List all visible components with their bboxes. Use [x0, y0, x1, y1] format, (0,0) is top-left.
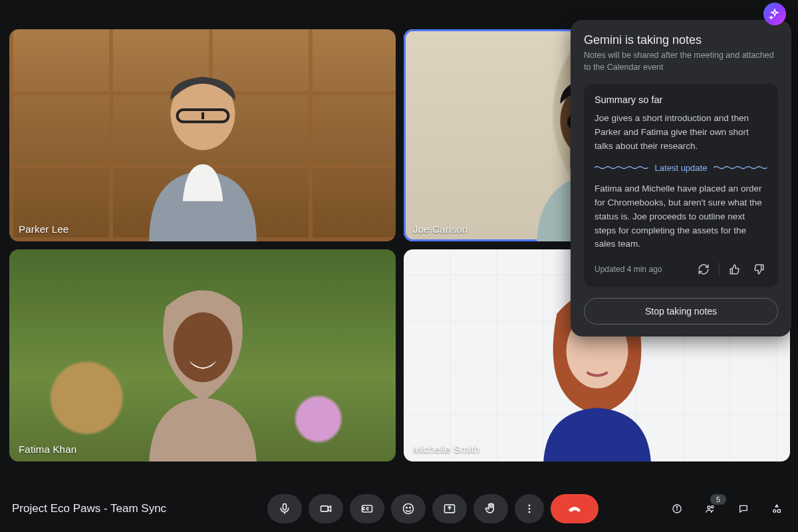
leave-call-button[interactable]	[551, 494, 598, 523]
summary-card: Summary so far Joe gives a short introdu…	[584, 84, 778, 287]
svg-point-15	[529, 505, 531, 507]
shapes-icon	[771, 501, 782, 516]
reactions-button[interactable]	[391, 494, 426, 523]
more-options-button[interactable]	[515, 494, 544, 523]
latest-update-divider: Latest update	[595, 163, 767, 173]
bottom-bar: Project Eco Paws - Team Sync	[0, 485, 798, 532]
present-button[interactable]	[432, 494, 467, 523]
svg-point-23	[773, 509, 776, 512]
meeting-details-button[interactable]	[668, 499, 686, 518]
svg-rect-8	[283, 504, 287, 510]
svg-point-20	[676, 507, 677, 507]
people-button[interactable]: 5	[701, 499, 720, 518]
video-tile-fatima[interactable]: Fatima Khan	[9, 249, 396, 462]
refresh-button[interactable]	[695, 261, 712, 278]
gemini-fab[interactable]	[763, 3, 786, 25]
video-tile-parker[interactable]: Parker Lee	[9, 29, 396, 241]
mic-icon	[278, 502, 291, 515]
chat-button[interactable]	[734, 499, 753, 518]
more-vertical-icon	[523, 502, 536, 515]
summary-text: Joe gives a short introduction and then …	[595, 112, 767, 154]
captions-button[interactable]	[350, 494, 384, 523]
chat-icon	[738, 501, 749, 516]
participant-name: Parker Lee	[19, 223, 68, 235]
info-icon	[672, 501, 682, 516]
participant-avatar	[135, 260, 269, 462]
call-controls	[198, 494, 668, 523]
svg-point-11	[404, 504, 414, 514]
latest-update-label: Latest update	[655, 163, 708, 173]
summary-heading: Summary so far	[595, 94, 767, 105]
participant-name: Joe Carlson	[413, 223, 467, 235]
thumbs-up-button[interactable]	[726, 261, 743, 278]
thumbs-down-icon	[753, 263, 765, 275]
emoji-icon	[402, 502, 415, 515]
updated-timestamp: Updated 4 min ago	[595, 265, 688, 274]
svg-point-13	[410, 507, 411, 509]
svg-point-21	[708, 506, 710, 509]
refresh-icon	[698, 263, 710, 275]
participant-name: Michelle Smith	[413, 444, 479, 455]
sparkle-icon	[769, 8, 781, 20]
present-screen-icon	[443, 502, 456, 515]
camera-icon	[319, 502, 332, 515]
svg-point-17	[529, 511, 531, 513]
notes-title: Gemini is taking notes	[584, 33, 778, 47]
svg-point-22	[712, 506, 714, 508]
captions-icon	[360, 502, 374, 515]
meeting-title: Project Eco Paws - Team Sync	[12, 502, 198, 515]
participant-count-badge: 5	[710, 494, 726, 505]
raise-hand-button[interactable]	[473, 494, 508, 523]
activities-button[interactable]	[767, 499, 786, 518]
svg-rect-9	[321, 506, 329, 511]
latest-update-text: Fatima and Michelle have placed an order…	[595, 182, 767, 252]
hangup-icon	[566, 500, 583, 517]
thumbs-down-button[interactable]	[750, 261, 767, 278]
stop-taking-notes-button[interactable]: Stop taking notes	[584, 298, 778, 325]
hand-icon	[484, 502, 497, 515]
svg-rect-24	[777, 509, 780, 512]
gemini-notes-panel: Gemini is taking notes Notes will be sha…	[571, 20, 791, 336]
notes-subtitle: Notes will be shared after the meeting a…	[584, 50, 778, 73]
right-controls: 5	[668, 499, 786, 518]
svg-point-12	[406, 507, 408, 509]
wavy-line-icon	[714, 166, 767, 170]
participant-name: Fatima Khan	[19, 444, 76, 455]
participant-avatar	[135, 40, 269, 241]
divider	[719, 263, 720, 276]
thumbs-up-icon	[729, 263, 741, 275]
svg-point-6	[173, 313, 232, 382]
svg-point-16	[529, 508, 531, 510]
mic-button[interactable]	[267, 494, 302, 523]
camera-button[interactable]	[309, 494, 343, 523]
wavy-line-icon	[595, 166, 648, 170]
